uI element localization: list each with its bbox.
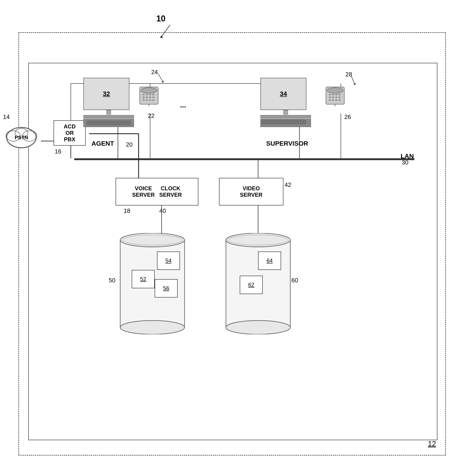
pstn-ref: 14 <box>3 113 10 121</box>
ref-28-arrow <box>347 75 358 86</box>
db-cylinder-1: 54 52 56 <box>113 233 191 335</box>
phone-ref-22: 22 <box>148 112 154 119</box>
svg-point-95 <box>226 321 290 334</box>
voice-server-ref: 18 <box>124 207 130 215</box>
outer-dashed-border: 12 <box>18 32 446 456</box>
keyboard-agent <box>84 119 134 127</box>
svg-rect-53 <box>153 97 154 98</box>
svg-rect-48 <box>149 94 151 95</box>
conn-ref-20: 20 <box>126 141 133 148</box>
svg-marker-88 <box>354 83 356 85</box>
video-server-box: VIDEO SERVER <box>219 178 283 205</box>
svg-rect-78 <box>329 97 331 98</box>
voice-label-2: SERVER <box>132 192 155 198</box>
svg-line-87 <box>351 76 355 84</box>
system-ref-12: 12 <box>428 439 436 448</box>
monitor-base-agent <box>106 110 111 115</box>
svg-rect-51 <box>146 97 148 98</box>
video-label-1: VIDEO <box>243 185 260 192</box>
svg-point-94 <box>226 233 290 247</box>
svg-rect-80 <box>335 97 337 98</box>
svg-point-45 <box>141 88 157 93</box>
db-cylinder-2: 64 62 <box>219 233 297 335</box>
supervisor-phone <box>320 78 350 109</box>
svg-rect-85 <box>339 99 340 101</box>
svg-rect-50 <box>143 97 145 98</box>
svg-rect-55 <box>146 99 148 101</box>
svg-point-91 <box>120 321 185 334</box>
clock-label-2: SERVER <box>159 192 182 198</box>
doc-54: 54 <box>157 252 180 270</box>
ellipsis: ... <box>180 101 186 109</box>
svg-point-73 <box>327 88 343 93</box>
svg-rect-52 <box>149 97 151 98</box>
supervisor-monitor: 34 <box>260 78 306 110</box>
svg-rect-82 <box>329 99 331 101</box>
clock-label-1: CLOCK <box>159 185 182 192</box>
lan-ref: 30 <box>402 159 408 166</box>
svg-rect-49 <box>153 94 154 95</box>
doc-52: 52 <box>132 270 155 288</box>
video-server-ref: 42 <box>285 181 291 188</box>
voice-clock-server-box: VOICE SERVER CLOCK SERVER <box>116 178 198 205</box>
doc-56: 56 <box>155 279 178 297</box>
db2-ref: 60 <box>291 277 298 284</box>
svg-rect-76 <box>335 94 337 95</box>
ref-10-label: 10 <box>156 14 166 23</box>
doc-62: 62 <box>240 276 263 294</box>
svg-rect-84 <box>335 99 337 101</box>
svg-rect-57 <box>153 99 154 101</box>
acd-label-1: ACD <box>64 123 76 130</box>
svg-rect-74 <box>329 94 331 95</box>
svg-rect-54 <box>143 99 145 101</box>
db1-ref: 50 <box>109 277 115 284</box>
agent-workstation: 32 <box>84 78 134 127</box>
voice-label-1: VOICE <box>132 185 155 192</box>
svg-rect-47 <box>146 94 148 95</box>
svg-text:PSTN: PSTN <box>15 135 28 140</box>
acd-pbx-box: ACD OR PBX <box>53 120 86 146</box>
supervisor-workstation: 34 <box>260 78 311 127</box>
doc-64: 64 <box>258 252 281 270</box>
ref-24-arrow <box>153 73 165 84</box>
acd-label-2: OR <box>66 130 74 136</box>
svg-marker-60 <box>162 81 164 83</box>
acd-label-3: PBX <box>64 136 75 143</box>
svg-rect-46 <box>143 94 145 95</box>
svg-rect-77 <box>339 94 340 95</box>
agent-label: AGENT <box>91 140 114 147</box>
diagram-container: 10 12 <box>18 14 455 460</box>
svg-rect-75 <box>332 94 334 95</box>
video-label-2: SERVER <box>240 192 262 198</box>
keyboard-supervisor <box>260 119 311 127</box>
clock-server-ref: 40 <box>159 207 166 215</box>
svg-line-59 <box>158 74 163 82</box>
monitor-base-supervisor <box>283 110 288 115</box>
svg-rect-81 <box>339 97 340 98</box>
pstn-cloud: PSTN <box>3 120 40 151</box>
svg-rect-56 <box>149 99 151 101</box>
svg-point-90 <box>120 233 185 247</box>
keyboard-tray-supervisor <box>260 115 311 118</box>
supervisor-label: SUPERVISOR <box>266 140 308 147</box>
svg-rect-79 <box>332 97 334 98</box>
keyboard-tray-agent <box>84 115 134 118</box>
agent-monitor: 32 <box>84 78 129 110</box>
phone-ref-26: 26 <box>344 113 351 121</box>
acd-ref: 16 <box>55 148 61 155</box>
svg-rect-83 <box>332 99 334 101</box>
